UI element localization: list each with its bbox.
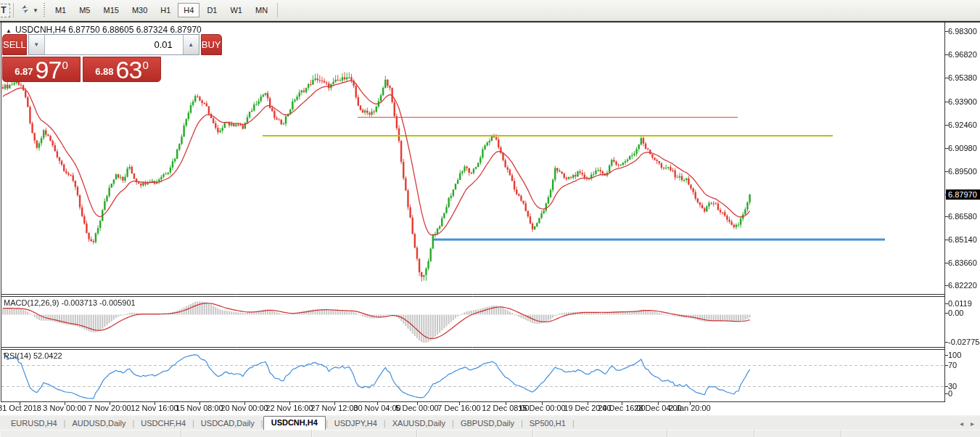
rsi-axis-label: 70 xyxy=(948,361,980,369)
status-cell xyxy=(417,430,533,437)
price-axis-label: 6.93900 xyxy=(948,97,980,106)
macd-axis-label: 0.00 xyxy=(948,309,980,317)
ask-price-point: 0 xyxy=(142,62,148,69)
macd-axis-label: -0.027754 xyxy=(948,338,980,346)
status-bar xyxy=(0,430,980,437)
chart-tab-usdjpy[interactable]: USDJPY,H4 xyxy=(328,417,384,430)
sell-button[interactable]: SELL xyxy=(2,34,27,55)
volume-stepper: ▼ ▲ xyxy=(28,34,199,55)
chart-tab-audusd[interactable]: AUDUSD,Daily xyxy=(65,417,132,430)
chart-tab-gbpusd[interactable]: GBPUSD,Daily xyxy=(454,417,521,430)
volume-decrease-button[interactable]: ▼ xyxy=(29,35,45,54)
ask-price-prefix: 6.88 xyxy=(95,66,113,77)
tab-scroll-left-icon[interactable]: ◂ xyxy=(960,420,963,428)
macd-label: MACD(12,26,9) -0.003713 -0.005901 xyxy=(4,298,136,307)
price-axis-label: 6.85140 xyxy=(948,235,980,244)
tab-scroll-right-icon[interactable]: ▸ xyxy=(971,420,974,428)
bid-price-box[interactable]: 6.87 97 0 xyxy=(2,57,81,82)
price-axis-label: 6.98300 xyxy=(948,27,980,36)
chart-ohlc-header: ▲USDCNH,H4 6.87750 6.88605 6.87324 6.879… xyxy=(6,25,202,35)
chart-tab-bar: EURUSD,H4|AUDUSD,Daily|USDCHF,H4|USDCAD,… xyxy=(0,417,980,430)
chart-tab-sp500[interactable]: SP500,H1 xyxy=(523,417,572,430)
tab-separator: | xyxy=(572,419,575,430)
status-cell xyxy=(533,430,667,437)
price-axis-label: 6.96820 xyxy=(948,50,980,59)
chart-tab-usdcad[interactable]: USDCAD,Daily xyxy=(194,417,261,430)
price-axis-label: 6.89500 xyxy=(948,167,980,176)
status-cell xyxy=(181,430,312,437)
status-cell xyxy=(754,430,841,437)
rsi-axis-label: 0 xyxy=(948,389,980,398)
ask-price-box[interactable]: 6.88 63 0 xyxy=(83,57,161,82)
status-cell xyxy=(841,430,980,437)
chart-tab-usdchf[interactable]: USDCHF,H4 xyxy=(134,417,192,430)
price-axis-label: 6.83660 xyxy=(948,258,980,267)
status-cell xyxy=(312,430,417,437)
rsi-label: RSI(14) 52.0422 xyxy=(4,351,62,360)
chart-ohlc-text: USDCNH,H4 6.87750 6.88605 6.87324 6.8797… xyxy=(15,25,202,35)
bid-price-digits: 97 xyxy=(36,60,62,79)
chart-tab-xauusd[interactable]: XAUUSD,Daily xyxy=(386,417,452,430)
chart-tab-usdcnh[interactable]: USDCNH,H4 xyxy=(263,416,326,430)
status-cell xyxy=(667,430,754,437)
ask-price-digits: 63 xyxy=(116,60,142,79)
time-axis-label: 2 Jan 20:00 xyxy=(655,404,725,412)
volume-input[interactable] xyxy=(45,35,183,54)
price-axis-label: 6.86580 xyxy=(948,212,980,221)
rsi-axis-label: 100 xyxy=(948,351,980,359)
price-axis-label: 6.90980 xyxy=(948,144,980,152)
one-click-trading-panel: SELL ▼ ▲ BUY 6.87 97 0 6.88 63 0 xyxy=(2,34,162,82)
bid-price-point: 0 xyxy=(62,62,67,69)
macd-axis-label: 0.0119 xyxy=(948,299,980,308)
mt4-window: T ▼ M1M5M15M30H1H4D1W1MN ▲USDCNH,H4 6.87… xyxy=(0,0,980,437)
volume-increase-button[interactable]: ▲ xyxy=(183,35,199,54)
current-price-tag: 6.87970 xyxy=(946,189,980,200)
buy-button[interactable]: BUY xyxy=(201,34,222,55)
bid-price-prefix: 6.87 xyxy=(15,66,33,77)
price-axis-label: 6.92460 xyxy=(948,121,980,129)
chart-tab-eurusd[interactable]: EURUSD,H4 xyxy=(4,417,64,430)
price-axis-label: 6.82220 xyxy=(948,281,980,290)
collapse-panel-icon[interactable]: ▲ xyxy=(6,28,12,34)
price-axis-label: 6.95380 xyxy=(948,73,980,82)
status-cell xyxy=(0,430,181,437)
